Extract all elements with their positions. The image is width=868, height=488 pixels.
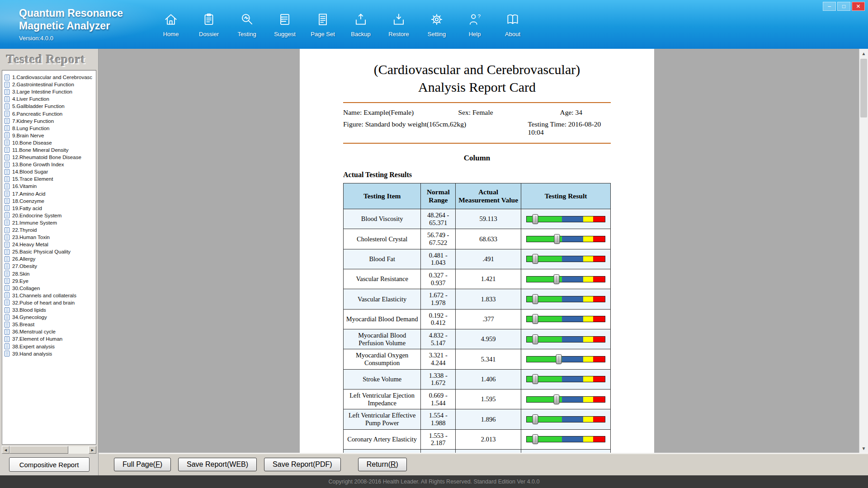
tree-item[interactable]: 30.Collagen (5, 285, 94, 292)
nav-item-dossier[interactable]: Dossier (190, 11, 228, 38)
scroll-right-icon[interactable]: ► (89, 446, 96, 454)
tree-item[interactable]: 5.Gallbladder Function (5, 103, 94, 110)
tree-item[interactable]: 9.Brain Nerve (5, 132, 94, 139)
tree-item[interactable]: 13.Bone Growth Index (5, 161, 94, 168)
report-doc-icon (5, 183, 9, 189)
sidebar: Tested Report 1.Cardiovascular and Cereb… (0, 49, 99, 475)
suggest-icon (277, 11, 293, 28)
minimize-button[interactable]: – (823, 2, 836, 11)
scroll-up-icon[interactable]: ▲ (859, 49, 868, 58)
testing-item: Coronary Artery Elasticity (344, 429, 421, 449)
scrollbar-thumb[interactable] (860, 59, 867, 117)
nav-item-setting[interactable]: Setting (418, 11, 456, 38)
report-doc-icon (5, 155, 9, 160)
report-doc-icon (5, 307, 9, 313)
tree-item[interactable]: 7.Kidney Function (5, 117, 94, 125)
body-row: Tested Report 1.Cardiovascular and Cereb… (0, 49, 868, 475)
nav-item-restore[interactable]: Restore (380, 11, 418, 38)
tree-item[interactable]: 21.Immune System (5, 219, 94, 226)
report-doc-icon (5, 205, 9, 211)
tree-item[interactable]: 20.Endocrine System (5, 212, 94, 219)
scrollbar-track[interactable] (859, 58, 868, 444)
tree-item[interactable]: 12.Rheumatoid Bone Disease (5, 154, 94, 161)
window-controls: – □ ✕ (823, 2, 865, 11)
tree-item[interactable]: 3.Large Intestine Function (5, 88, 94, 95)
tree-item-label: 8.Lung Function (12, 126, 49, 131)
tree-item[interactable]: 35.Breast (5, 321, 94, 328)
result-marker-icon (553, 274, 559, 284)
maximize-button[interactable]: □ (837, 2, 850, 11)
report-doc-icon (5, 75, 9, 80)
tree-item[interactable]: 23.Human Toxin (5, 234, 94, 241)
tree-item[interactable]: 28.Skin (5, 270, 94, 277)
tree-item[interactable]: 4.Liver Function (5, 95, 94, 103)
report-doc-icon (5, 227, 9, 233)
report-doc-icon (5, 191, 9, 197)
tree-item[interactable]: 39.Hand analysis (5, 350, 94, 357)
result-row: Stroke Volume 1.338 - 1.672 1.406 (344, 369, 611, 389)
scrollbar-track[interactable] (9, 446, 89, 454)
nav-item-backup[interactable]: Backup (342, 11, 380, 38)
report-doc-icon (5, 235, 9, 240)
measured-value: 1.896 (456, 409, 521, 429)
nav-item-about[interactable]: About (494, 11, 532, 38)
tree-item-label: 32.Pulse of heart and brain (12, 300, 75, 305)
tree-item[interactable]: 37.Element of Human (5, 335, 94, 343)
tree-item[interactable]: 26.Allergy (5, 255, 94, 263)
save-report-web--button[interactable]: Save Report(WEB) (178, 458, 257, 471)
return-r--button[interactable]: Return(R) (358, 458, 407, 471)
result-bar (526, 316, 605, 322)
save-report-pdf--button[interactable]: Save Report(PDF) (264, 458, 341, 471)
tree-item[interactable]: 18.Coenzyme (5, 197, 94, 205)
measured-value: 2.013 (456, 429, 521, 449)
result-row: Blood Fat 0.481 - 1.043 .491 (344, 249, 611, 269)
tree-item[interactable]: 11.Bone Mineral Density (5, 146, 94, 154)
tree-item[interactable]: 19.Fatty acid (5, 205, 94, 212)
testing-item: Left Ventricular Effective Pump Power (344, 409, 421, 429)
tree-item[interactable]: 34.Gynecology (5, 314, 94, 321)
tree-item[interactable]: 17.Amino Acid (5, 190, 94, 197)
tree-item[interactable]: 6.Pancreatic Function (5, 110, 94, 117)
tree-item[interactable]: 14.Blood Sugar (5, 168, 94, 175)
tree-item[interactable]: 25.Basic Physical Quality (5, 248, 94, 255)
nav-item-page-set[interactable]: Page Set (304, 11, 342, 38)
scroll-down-icon[interactable]: ▼ (859, 444, 868, 453)
tree-item[interactable]: 29.Eye (5, 277, 94, 285)
nav-item-help[interactable]: ? Help (456, 11, 494, 38)
tree-item[interactable]: 8.Lung Function (5, 125, 94, 132)
patient-info-row2: Figure: Standard body weight(165cm,62kg)… (343, 120, 611, 136)
bar-segment (593, 436, 605, 442)
tree-item[interactable]: 22.Thyroid (5, 226, 94, 234)
report-doc-icon (5, 162, 9, 168)
tree-item[interactable]: 16.Vitamin (5, 183, 94, 190)
tree-item[interactable]: 32.Pulse of heart and brain (5, 299, 94, 306)
scroll-left-icon[interactable]: ◄ (2, 446, 9, 454)
tree-item[interactable]: 15.Trace Element (5, 175, 94, 183)
tree-item[interactable]: 27.Obesity (5, 263, 94, 270)
bar-segment (562, 256, 583, 262)
tree-item[interactable]: 2.Gastrointestinal Function (5, 81, 94, 88)
nav-label: Testing (237, 31, 256, 38)
nav-item-testing[interactable]: Testing (228, 11, 266, 38)
tree-item[interactable]: 38.Expert analysis (5, 343, 94, 350)
tree-item[interactable]: 1.Cardiovascular and Cerebrovasc (5, 74, 94, 81)
testing-item: Myocardial Blood Demand (344, 309, 421, 329)
result-bar (526, 216, 605, 222)
tree-item-label: 5.Gallbladder Function (12, 103, 65, 109)
compositive-report-button[interactable]: Compositive Report (9, 457, 90, 472)
close-button[interactable]: ✕ (852, 2, 865, 11)
nav-item-home[interactable]: Home (152, 11, 190, 38)
normal-range: 1.338 - 1.672 (421, 369, 456, 389)
tree-item[interactable]: 10.Bone Disease (5, 139, 94, 146)
main-column: (Cardiovascular and Cerebrovascular) Ana… (99, 49, 868, 475)
tree-item[interactable]: 24.Heavy Metal (5, 241, 94, 248)
full-page-f--button[interactable]: Full Page(F) (114, 458, 171, 471)
tree-item[interactable]: 33.Blood lipids (5, 306, 94, 314)
tree-item[interactable]: 36.Menstrual cycle (5, 328, 94, 335)
scrollbar-thumb[interactable] (9, 446, 68, 454)
report-doc-icon (5, 96, 9, 102)
nav-item-suggest[interactable]: Suggest (266, 11, 304, 38)
tree-item-label: 9.Brain Nerve (12, 133, 44, 138)
patient-sex: Sex: Female (458, 108, 560, 117)
tree-item[interactable]: 31.Channels and collaterals (5, 292, 94, 299)
